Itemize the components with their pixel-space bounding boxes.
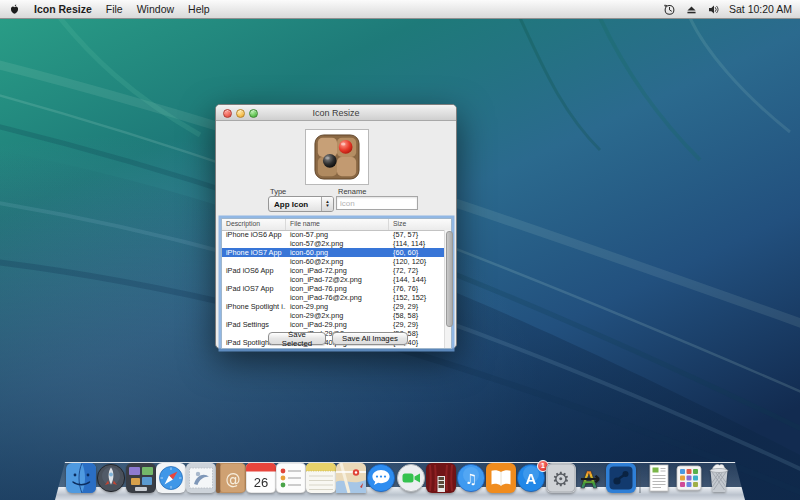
sizes-table: Description File name Size iPhone iOS6 A… [221,218,452,349]
menu-file[interactable]: File [106,3,123,15]
svg-text:♫: ♫ [465,471,478,487]
dock-notes-icon[interactable] [306,463,336,493]
dock-contacts-icon[interactable]: @ [216,463,246,493]
save-all-images-button[interactable]: Save All Images [332,332,408,345]
dock: @26♫A1⚙A [55,462,745,500]
table-cell: icon-57@2x.png [286,239,389,248]
table-cell: {60, 60} [389,248,444,257]
table-cell: {152, 152} [389,293,444,302]
dock-launchpad-icon[interactable] [96,463,126,493]
table-cell: iPad iOS6 App [222,266,286,275]
table-cell: iPhone Spotlight i… [222,302,286,311]
table-cell: {29, 29} [389,320,444,329]
table-cell: {72, 72} [389,266,444,275]
app-icon-preview-image [314,134,360,180]
table-cell: {29, 29} [389,302,444,311]
menu-window[interactable]: Window [137,3,174,15]
table-row[interactable]: icon_iPad-76@2x.png{152, 152} [222,293,444,302]
save-selected-button[interactable]: Save Selected [268,332,326,345]
table-row[interactable]: iPhone iOS6 Appicon-57.png{57, 57} [222,230,444,239]
scrollbar-thumb[interactable] [446,231,453,327]
type-label: Type [270,187,286,196]
table-cell [222,275,286,284]
table-cell: iPad Settings [222,320,286,329]
table-cell: icon_iPad-72@2x.png [286,275,389,284]
svg-text:26: 26 [254,475,268,490]
table-row[interactable]: iPad iOS7 Appicon_iPad-76.png{76, 76} [222,284,444,293]
dock-ibooks-icon[interactable] [486,463,516,493]
table-cell: icon-60.png [286,248,389,257]
svg-text:⚙: ⚙ [552,467,570,491]
desktop: Icon Resize File Window Help Sat 10:20 A… [0,0,800,500]
menu-app-name[interactable]: Icon Resize [34,3,92,15]
dock-safari-icon[interactable] [156,463,186,493]
dock-reminders-icon[interactable] [276,463,306,493]
table-cell [222,311,286,320]
svg-text:@: @ [226,470,241,488]
dock-itunes-icon[interactable]: ♫ [456,463,486,493]
table-cell: icon_iPad-76.png [286,284,389,293]
eject-icon[interactable] [685,3,698,16]
dock-trash-icon[interactable] [704,463,734,493]
dock-mail-icon[interactable] [186,463,216,493]
dock-finder-icon[interactable] [66,463,96,493]
table-cell: icon_iPad-72.png [286,266,389,275]
dock-icons: @26♫A1⚙A [55,461,745,493]
table-cell: icon-60@2x.png [286,257,389,266]
table-row[interactable]: icon_iPad-72@2x.png{144, 144} [222,275,444,284]
dock-facetime-icon[interactable] [396,463,426,493]
table-cell [222,257,286,266]
dock-separator [639,461,641,493]
table-row[interactable]: icon-60@2x.png{120, 120} [222,257,444,266]
table-cell: icon-29.png [286,302,389,311]
type-popup-button[interactable]: App Icon ▲▼ [268,196,334,212]
table-cell: {58, 58} [389,311,444,320]
svg-text:A: A [526,470,537,487]
table-body: iPhone iOS6 Appicon-57.png{57, 57}icon-5… [222,230,444,348]
app-window-icon-resize: Icon Resize Type Rename App Icon ▲▼ [215,104,457,349]
dock-colorful-letter-app-icon[interactable]: A [576,463,606,493]
table-scrollbar[interactable] [444,230,451,348]
header-description[interactable]: Description [222,219,286,230]
rename-label: Rename [338,187,366,196]
dock-blue-tiles-app-icon[interactable] [606,463,636,493]
dock-maps-icon[interactable] [336,463,366,493]
table-cell: iPhone iOS6 App [222,230,286,239]
dock-documents-stack-icon[interactable] [644,463,674,493]
header-size[interactable]: Size [389,219,451,230]
dock-app-store-icon[interactable]: A1 [516,463,546,493]
volume-icon[interactable] [707,3,720,16]
dock-downloads-stack-icon[interactable] [674,463,704,493]
menu-bar: Icon Resize File Window Help Sat 10:20 A… [0,0,800,19]
table-row[interactable]: iPhone Spotlight i…icon-29.png{29, 29} [222,302,444,311]
table-cell: {144, 144} [389,275,444,284]
dock-messages-icon[interactable] [366,463,396,493]
dock-photo-booth-icon[interactable] [426,463,456,493]
close-button[interactable] [223,109,232,118]
table-cell: icon-29@2x.png [286,311,389,320]
time-machine-icon[interactable] [663,3,676,16]
minimize-button[interactable] [236,109,245,118]
table-row[interactable]: iPad iOS6 Appicon_iPad-72.png{72, 72} [222,266,444,275]
table-row[interactable]: icon-57@2x.png{114, 114} [222,239,444,248]
apple-menu-icon[interactable] [9,3,20,16]
menu-clock[interactable]: Sat 10:20 AM [729,3,792,15]
window-titlebar[interactable]: Icon Resize [216,105,456,121]
rename-input[interactable] [336,196,418,210]
zoom-button[interactable] [249,109,258,118]
icon-preview-well [305,129,369,185]
table-cell: {114, 114} [389,239,444,248]
dock-mission-control-icon[interactable] [126,463,156,493]
table-cell: {57, 57} [389,230,444,239]
popup-stepper-icon: ▲▼ [321,197,333,211]
dock-system-preferences-icon[interactable]: ⚙ [546,463,576,493]
menu-help[interactable]: Help [188,3,210,15]
table-row[interactable]: iPad Settingsicon_iPad-29.png{29, 29} [222,320,444,329]
table-cell: {120, 120} [389,257,444,266]
table-cell: icon_iPad-76@2x.png [286,293,389,302]
table-row[interactable]: icon-29@2x.png{58, 58} [222,311,444,320]
dock-calendar-icon[interactable]: 26 [246,463,276,493]
header-file-name[interactable]: File name [286,219,389,230]
table-row[interactable]: iPhone iOS7 Appicon-60.png{60, 60} [222,248,444,257]
window-title: Icon Resize [312,108,359,118]
